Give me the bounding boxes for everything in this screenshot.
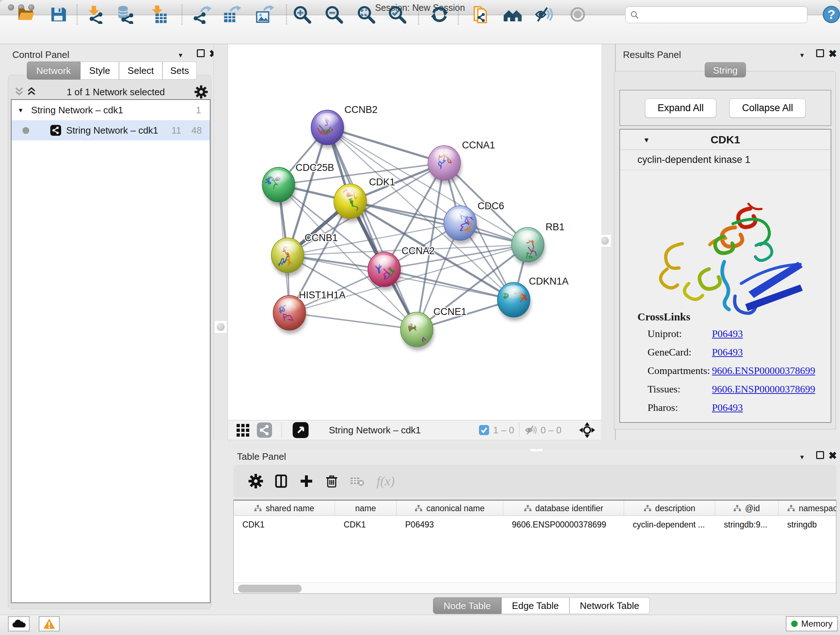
table-cell[interactable]: stringdb [778, 516, 836, 533]
inactive-eye-icon[interactable] [568, 5, 587, 24]
export-network-icon[interactable] [193, 5, 212, 24]
import-network-from-database-icon[interactable] [116, 5, 134, 24]
search-input[interactable] [639, 10, 795, 20]
cloud-button[interactable] [8, 616, 30, 631]
tab-select[interactable]: Select [119, 62, 163, 80]
fit-content-crosshair-icon[interactable] [579, 422, 595, 439]
table-panel-close-icon[interactable]: ✖ [829, 450, 837, 462]
protein-node-CCNA2[interactable] [368, 252, 401, 287]
protein-node-CDKN1A[interactable] [497, 282, 530, 317]
stringapp-document-icon[interactable] [472, 5, 491, 24]
create-column-plus-icon[interactable] [298, 473, 314, 489]
crosslink-row: Tissues:9606.ENSP00000378699 [638, 383, 818, 395]
protein-node-CDK1[interactable] [334, 184, 366, 219]
network-birdseye-icon[interactable] [257, 423, 272, 438]
protein-node-CCNE1[interactable] [401, 312, 433, 347]
tab-string[interactable]: String [705, 62, 746, 78]
help-icon[interactable]: ? [822, 5, 840, 24]
zoom-out-icon[interactable] [325, 5, 343, 24]
node-label-CDC6: CDC6 [477, 201, 504, 211]
network-canvas[interactable]: CCNB2CCNA1CDC25BCDK1CDC6RB1CCNB1CCNA2CDK… [228, 44, 601, 420]
zoom-fit-icon[interactable] [357, 5, 376, 24]
protein-card-header[interactable]: ▾ CDK1 [620, 130, 831, 150]
save-session-icon[interactable] [49, 5, 68, 24]
enhanced-graphics-eye-icon[interactable] [534, 5, 553, 24]
apply-layout-icon[interactable] [430, 5, 449, 24]
import-network-from-file-icon[interactable] [86, 5, 104, 24]
protein-node-CCNA1[interactable] [428, 146, 461, 180]
crosslink-link[interactable]: 9606.ENSP00000378699 [712, 383, 815, 395]
scrollbar-thumb[interactable] [238, 585, 302, 593]
zoom-in-icon[interactable] [293, 5, 311, 24]
tab-network[interactable]: Network [27, 62, 80, 80]
export-table-icon[interactable] [223, 5, 242, 24]
column-header[interactable]: description [624, 501, 715, 516]
warnings-button[interactable] [39, 616, 60, 631]
results-panel-float-icon[interactable] [816, 49, 824, 57]
tab-node-table[interactable]: Node Table [433, 597, 501, 614]
crosslink-link[interactable]: P06493 [712, 347, 743, 358]
crosslink-label: Tissues: [647, 383, 712, 395]
expand-all-networks-icon[interactable] [13, 87, 25, 97]
tree-expander-icon[interactable]: ▾ [19, 106, 22, 114]
crosslink-link[interactable]: P06493 [712, 402, 743, 413]
results-panel-collapse-icon[interactable]: ▾ [800, 51, 804, 59]
network-row-selected[interactable]: String Network – cdk1 11 48 [11, 120, 210, 141]
column-header[interactable]: canonical name [396, 501, 503, 516]
network-graph[interactable]: CCNB2CCNA1CDC25BCDK1CDC6RB1CCNB1CCNA2CDK… [228, 44, 601, 420]
splitter-handle[interactable] [214, 320, 227, 333]
protein-node-CCNB1[interactable] [271, 238, 304, 272]
table-cell[interactable]: stringdb:9... [715, 516, 778, 533]
table-cell[interactable]: CDK1 [335, 516, 396, 533]
protein-card-expander-icon[interactable]: ▾ [645, 135, 648, 144]
export-image-icon[interactable] [256, 5, 274, 24]
delete-column-trash-icon[interactable] [324, 473, 340, 489]
expand-all-button[interactable]: Expand All [645, 98, 717, 118]
protein-node-CCNB2[interactable] [311, 110, 344, 145]
column-header[interactable]: namespace [778, 501, 836, 516]
results-panel-close-icon[interactable]: ✖ [829, 48, 837, 60]
show-columns-icon[interactable] [273, 473, 289, 489]
table-panel-collapse-icon[interactable]: ▾ [800, 453, 804, 461]
column-header[interactable]: shared name [234, 501, 335, 516]
tab-network-table[interactable]: Network Table [569, 597, 650, 614]
home-networks-icon[interactable] [503, 5, 522, 24]
protein-node-CDC25B[interactable] [262, 167, 295, 202]
column-header[interactable]: @id [715, 501, 778, 516]
control-panel-float-icon[interactable] [197, 49, 205, 57]
network-options-gear-icon[interactable] [194, 85, 208, 99]
column-header[interactable]: name [335, 501, 396, 516]
table-cell[interactable]: cyclin-dependent ... [624, 516, 715, 533]
crosslink-link[interactable]: 9606.ENSP00000378699 [712, 365, 815, 377]
tab-edge-table[interactable]: Edge Table [501, 597, 569, 614]
selected-checkbox-icon[interactable] [478, 424, 489, 435]
network-collection-row[interactable]: ▾ String Network – cdk1 1 [11, 100, 210, 120]
table-cell[interactable]: P06493 [396, 516, 503, 533]
table-horizontal-scrollbar[interactable] [234, 583, 836, 594]
vertical-splitter-left[interactable] [213, 44, 228, 440]
table-cell[interactable]: 9606.ENSP00000378699 [503, 516, 624, 533]
import-table-from-file-icon[interactable] [149, 5, 168, 24]
horizontal-splitter[interactable] [228, 440, 840, 449]
zoom-selected-icon[interactable] [388, 5, 407, 24]
control-panel-collapse-icon[interactable]: ▾ [179, 51, 182, 59]
table-options-gear-icon[interactable] [248, 473, 264, 489]
table-cell[interactable]: CDK1 [234, 516, 335, 533]
toolbar-separator [286, 4, 287, 25]
crosslink-link[interactable]: P06493 [712, 328, 743, 340]
grid-view-icon[interactable] [236, 423, 251, 438]
table-panel-float-icon[interactable] [816, 451, 824, 459]
protein-node-CDC6[interactable] [444, 206, 477, 241]
node-table: shared namenamecanonical namedatabase id… [233, 500, 836, 594]
column-header[interactable]: database identifier [503, 501, 624, 516]
collapse-all-networks-icon[interactable] [25, 87, 38, 97]
table-row[interactable]: CDK1CDK1P064939606.ENSP00000378699cyclin… [234, 516, 836, 533]
open-session-icon[interactable] [16, 5, 35, 24]
column-header-label: name [355, 504, 376, 513]
protein-node-HIST1H1A[interactable] [273, 295, 306, 330]
memory-button[interactable]: Memory [786, 616, 838, 631]
tab-sets[interactable]: Sets [163, 62, 197, 80]
detach-view-icon[interactable] [293, 422, 309, 438]
collapse-all-button[interactable]: Collapse All [729, 98, 806, 118]
tab-style[interactable]: Style [80, 62, 119, 80]
